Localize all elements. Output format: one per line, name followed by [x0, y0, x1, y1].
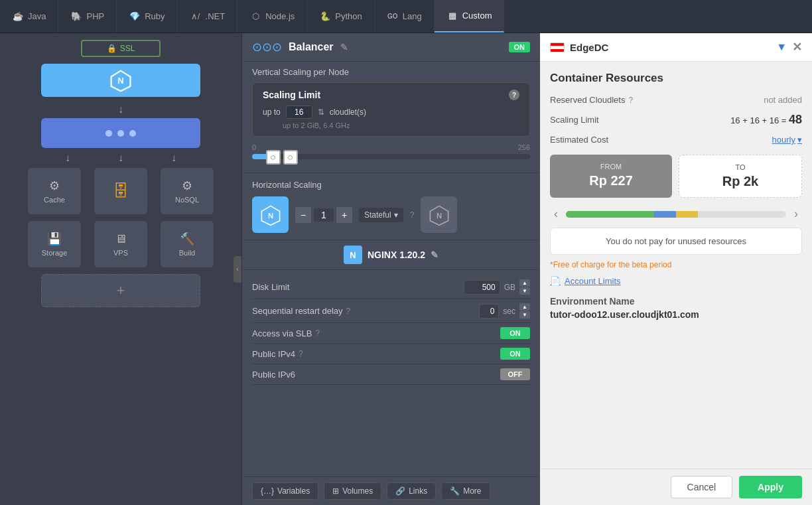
- nosql-icon: ⚙: [182, 179, 192, 193]
- slider-handle-1[interactable]: ⬡: [266, 150, 281, 165]
- add-node-button[interactable]: +: [41, 274, 200, 307]
- account-limits-link[interactable]: 📄 Account Limits: [550, 276, 802, 286]
- env-node-box[interactable]: N: [41, 64, 200, 97]
- disk-spin-down[interactable]: ▼: [519, 287, 530, 295]
- nginx-edit-icon[interactable]: ✎: [431, 250, 439, 260]
- tab-php-label: PHP: [86, 11, 104, 21]
- storage-node[interactable]: 💾 Storage: [28, 221, 81, 267]
- lb-bar: [41, 118, 200, 148]
- popup-title: Scaling Limit ?: [263, 90, 519, 100]
- unused-msg: You do not pay for unused resources: [550, 228, 802, 255]
- nginx-label: N NGINX 1.20.2 ✎: [242, 240, 540, 270]
- public-ipv4-row: Public IPv4 ? ON: [252, 344, 530, 364]
- add-row: +: [7, 274, 235, 307]
- close-button[interactable]: ✕: [792, 40, 802, 54]
- cost-nav-left[interactable]: ‹: [550, 206, 562, 222]
- cancel-button[interactable]: Cancel: [671, 476, 733, 498]
- reserved-cloudlets-row: Reserved Cloudlets ? not added: [550, 95, 802, 105]
- seq-spin-down[interactable]: ▼: [519, 311, 530, 319]
- db-node[interactable]: 🗄: [94, 168, 147, 214]
- cache-node[interactable]: ⚙ Cache: [28, 168, 81, 214]
- access-slb-row: Access via SLB ? ON: [252, 323, 530, 344]
- cache-label: Cache: [44, 196, 65, 204]
- nginx-env-icon: N: [109, 68, 133, 92]
- vps-node[interactable]: 🖥 VPS: [94, 221, 147, 267]
- decrement-button[interactable]: −: [295, 207, 311, 223]
- stateful-help-icon[interactable]: ?: [410, 210, 415, 220]
- volumes-button[interactable]: ⊞ Volumes: [324, 482, 381, 500]
- seq-spin-up[interactable]: ▲: [519, 303, 530, 311]
- python-icon: 🐍: [319, 11, 331, 23]
- seq-restart-label: Sequential restart delay ?: [252, 306, 350, 316]
- right-content: Container Resources Reserved Cloudlets ?…: [540, 62, 812, 469]
- hourly-link[interactable]: hourly ▾: [772, 135, 802, 145]
- nosql-label: NoSQL: [175, 196, 199, 204]
- public-ipv6-toggle[interactable]: OFF: [500, 368, 530, 380]
- db-icon: 🗄: [113, 182, 129, 200]
- build-label: Build: [179, 249, 195, 257]
- disk-spin-up[interactable]: ▲: [519, 279, 530, 287]
- access-slb-help-icon[interactable]: ?: [315, 328, 320, 338]
- collapse-handle[interactable]: ‹: [234, 256, 241, 283]
- cost-boxes: FROM Rp 227 TO Rp 2k: [550, 155, 802, 198]
- tab-net[interactable]: ∧/ .NET: [178, 0, 238, 33]
- cloudlet-input[interactable]: [286, 106, 312, 119]
- footer-bar: Cancel Apply: [540, 469, 812, 505]
- tab-java[interactable]: ☕ Java: [0, 0, 58, 33]
- cost-nav-right[interactable]: ›: [790, 206, 802, 222]
- increment-button[interactable]: +: [336, 207, 352, 223]
- disk-limit-right: GB ▲ ▼: [464, 279, 530, 295]
- tab-python[interactable]: 🐍 Python: [307, 0, 374, 33]
- lb-dot-2: [117, 130, 124, 137]
- node-icon-box: N: [252, 196, 289, 233]
- reserved-help-icon[interactable]: ?: [628, 96, 633, 105]
- from-val: Rp 227: [558, 173, 664, 188]
- account-limits-icon: 📄: [550, 276, 561, 286]
- edit-icon[interactable]: ✎: [340, 42, 348, 52]
- more-button[interactable]: 🔧 More: [441, 482, 490, 500]
- volumes-label: Volumes: [342, 486, 373, 496]
- estimated-cost-row: Estimated Cost hourly ▾: [550, 135, 802, 145]
- tab-custom[interactable]: ▦ Custom: [435, 0, 505, 33]
- tab-ruby[interactable]: 💎 Ruby: [117, 0, 177, 33]
- cost-bar: [566, 211, 786, 218]
- stateful-label: Stateful: [364, 210, 391, 220]
- action-bar: {…} Variables ⊞ Volumes 🔗 Links 🔧 More: [242, 476, 540, 505]
- bottom-nodes: ⚙ Cache 🗄 ⚙ NoSQL: [21, 168, 220, 214]
- variables-button[interactable]: {…} Variables: [252, 482, 318, 500]
- tab-nodejs[interactable]: ⬡ Node.js: [237, 0, 307, 33]
- reserved-cloudlets-val: not added: [764, 95, 802, 105]
- horizontal-scaling: Horizontal Scaling N − 1 + Stateful ▾: [242, 173, 540, 240]
- nginx-text: NGINX 1.20.2: [368, 250, 425, 260]
- balancer-toggle[interactable]: ON: [509, 42, 531, 52]
- disk-limit-input[interactable]: [464, 280, 500, 295]
- variables-icon: {…}: [261, 486, 274, 496]
- node-gray-icon: N: [429, 204, 450, 226]
- dc-dropdown-button[interactable]: ▼: [776, 41, 787, 53]
- access-slb-toggle[interactable]: ON: [500, 327, 530, 339]
- more-label: More: [463, 486, 481, 496]
- arrow-spin-icon: ⇅: [318, 108, 324, 117]
- popup-help-icon[interactable]: ?: [509, 90, 519, 100]
- svg-text:N: N: [117, 76, 123, 86]
- slider-handle-2[interactable]: ⬡: [283, 150, 298, 165]
- stateful-dropdown[interactable]: Stateful ▾: [359, 208, 403, 222]
- tab-php[interactable]: 🐘 PHP: [58, 0, 117, 33]
- variables-label: Variables: [277, 486, 310, 496]
- nosql-node[interactable]: ⚙ NoSQL: [161, 168, 214, 214]
- counter-box: − 1 +: [295, 207, 352, 223]
- ipv4-help-icon[interactable]: ?: [299, 349, 303, 358]
- seq-input[interactable]: [479, 304, 499, 319]
- container-resources-title: Container Resources: [550, 72, 802, 85]
- build-node[interactable]: 🔨 Build: [161, 221, 214, 267]
- custom-icon: ▦: [446, 10, 458, 22]
- seq-help-icon[interactable]: ?: [346, 307, 351, 316]
- arrow-left: ↓: [65, 152, 70, 164]
- links-button[interactable]: 🔗 Links: [387, 482, 436, 500]
- resource-text: up to 2 GiB, 6.4 GHz: [283, 121, 519, 129]
- apply-button[interactable]: Apply: [739, 476, 802, 498]
- disk-unit: GB: [504, 283, 515, 292]
- tab-lang[interactable]: GO Lang: [375, 0, 435, 33]
- tab-python-label: Python: [335, 11, 362, 21]
- public-ipv4-toggle[interactable]: ON: [500, 348, 530, 360]
